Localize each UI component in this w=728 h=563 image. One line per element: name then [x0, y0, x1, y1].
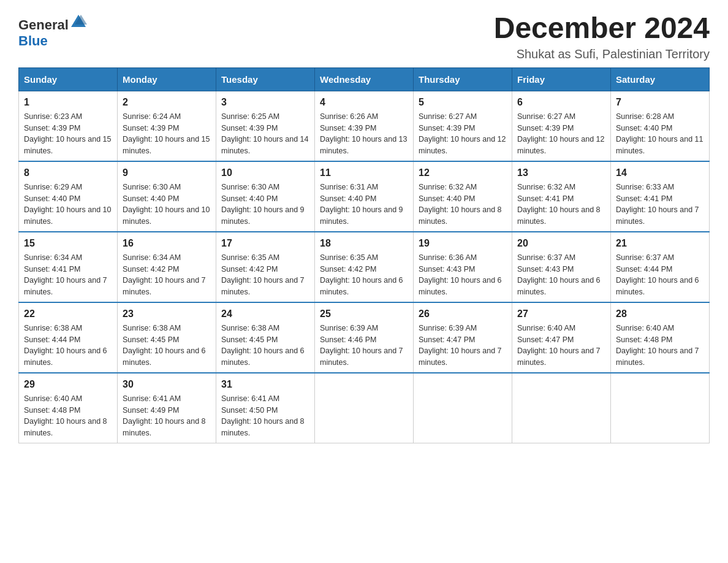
sunrise: Sunrise: 6:33 AM — [616, 183, 674, 191]
day-number: 27 — [517, 307, 605, 321]
daylight: Daylight: 10 hours and 7 minutes. — [517, 347, 601, 367]
sunrise: Sunrise: 6:24 AM — [123, 112, 181, 121]
col-sunday: Sunday — [19, 67, 118, 91]
daylight: Daylight: 10 hours and 12 minutes. — [517, 135, 604, 155]
daylight: Daylight: 10 hours and 8 minutes. — [24, 417, 107, 437]
calendar-cell: 2Sunrise: 6:24 AMSunset: 4:39 PMDaylight… — [118, 91, 216, 161]
sunrise: Sunrise: 6:39 AM — [320, 324, 378, 332]
day-number: 19 — [419, 236, 507, 251]
calendar-cell: 23Sunrise: 6:38 AMSunset: 4:45 PMDayligh… — [118, 302, 216, 373]
sunrise: Sunrise: 6:37 AM — [616, 253, 674, 262]
day-number: 1 — [24, 95, 112, 110]
daylight: Daylight: 10 hours and 7 minutes. — [320, 347, 403, 367]
sunset: Sunset: 4:48 PM — [616, 335, 672, 344]
sunset: Sunset: 4:39 PM — [221, 124, 278, 132]
calendar-cell: 3Sunrise: 6:25 AMSunset: 4:39 PMDaylight… — [216, 91, 315, 161]
calendar-cell: 27Sunrise: 6:40 AMSunset: 4:47 PMDayligh… — [512, 302, 611, 373]
sunrise: Sunrise: 6:29 AM — [24, 183, 82, 191]
sunrise: Sunrise: 6:35 AM — [320, 253, 378, 262]
sunset: Sunset: 4:47 PM — [517, 335, 574, 344]
day-number: 29 — [24, 377, 112, 392]
sunrise: Sunrise: 6:38 AM — [123, 324, 181, 332]
calendar-cell — [512, 373, 611, 443]
daylight: Daylight: 10 hours and 15 minutes. — [123, 135, 210, 155]
calendar-cell: 12Sunrise: 6:32 AMSunset: 4:40 PMDayligh… — [414, 161, 512, 232]
sunset: Sunset: 4:43 PM — [419, 265, 475, 274]
logo-icon — [70, 12, 87, 29]
daylight: Daylight: 10 hours and 6 minutes. — [616, 276, 699, 296]
day-number: 4 — [320, 95, 408, 110]
calendar-header: Sunday Monday Tuesday Wednesday Thursday… — [19, 67, 710, 91]
day-number: 7 — [616, 95, 704, 110]
calendar-cell: 20Sunrise: 6:37 AMSunset: 4:43 PMDayligh… — [512, 232, 611, 302]
week-row-1: 1Sunrise: 6:23 AMSunset: 4:39 PMDaylight… — [19, 91, 710, 161]
calendar-cell: 28Sunrise: 6:40 AMSunset: 4:48 PMDayligh… — [611, 302, 710, 373]
day-number: 25 — [320, 307, 408, 321]
sunrise: Sunrise: 6:26 AM — [320, 112, 378, 121]
daylight: Daylight: 10 hours and 7 minutes. — [221, 276, 305, 296]
sunrise: Sunrise: 6:30 AM — [221, 183, 279, 191]
sunset: Sunset: 4:40 PM — [616, 124, 672, 132]
sunset: Sunset: 4:42 PM — [123, 265, 179, 274]
sunrise: Sunrise: 6:28 AM — [616, 112, 674, 121]
week-row-5: 29Sunrise: 6:40 AMSunset: 4:48 PMDayligh… — [19, 373, 710, 443]
sunrise: Sunrise: 6:27 AM — [419, 112, 477, 121]
sunrise: Sunrise: 6:39 AM — [419, 324, 477, 332]
daylight: Daylight: 10 hours and 7 minutes. — [123, 276, 206, 296]
day-number: 31 — [221, 377, 309, 392]
daylight: Daylight: 10 hours and 7 minutes. — [616, 347, 699, 367]
daylight: Daylight: 10 hours and 6 minutes. — [320, 276, 403, 296]
day-number: 22 — [24, 307, 112, 321]
sunrise: Sunrise: 6:40 AM — [517, 324, 575, 332]
calendar-cell: 13Sunrise: 6:32 AMSunset: 4:41 PMDayligh… — [512, 161, 611, 232]
sunrise: Sunrise: 6:34 AM — [24, 253, 82, 262]
week-row-3: 15Sunrise: 6:34 AMSunset: 4:41 PMDayligh… — [19, 232, 710, 302]
sunset: Sunset: 4:50 PM — [221, 406, 278, 415]
daylight: Daylight: 10 hours and 8 minutes. — [221, 417, 305, 437]
day-number: 10 — [221, 166, 309, 180]
calendar-cell: 15Sunrise: 6:34 AMSunset: 4:41 PMDayligh… — [19, 232, 118, 302]
day-number: 8 — [24, 166, 112, 180]
daylight: Daylight: 10 hours and 11 minutes. — [616, 135, 703, 155]
sunset: Sunset: 4:41 PM — [517, 194, 574, 203]
logo-text-general: General — [18, 17, 69, 33]
day-number: 23 — [123, 307, 211, 321]
page-header: General Blue December 2024 Shukat as Suf… — [18, 12, 710, 61]
daylight: Daylight: 10 hours and 8 minutes. — [123, 417, 206, 437]
calendar-cell: 10Sunrise: 6:30 AMSunset: 4:40 PMDayligh… — [216, 161, 315, 232]
sunrise: Sunrise: 6:36 AM — [419, 253, 477, 262]
week-row-4: 22Sunrise: 6:38 AMSunset: 4:44 PMDayligh… — [19, 302, 710, 373]
calendar-cell: 18Sunrise: 6:35 AMSunset: 4:42 PMDayligh… — [315, 232, 414, 302]
calendar-body: 1Sunrise: 6:23 AMSunset: 4:39 PMDaylight… — [19, 91, 710, 443]
sunrise: Sunrise: 6:31 AM — [320, 183, 378, 191]
day-number: 9 — [123, 166, 211, 180]
sunset: Sunset: 4:45 PM — [221, 335, 278, 344]
day-number: 26 — [419, 307, 507, 321]
calendar-cell: 5Sunrise: 6:27 AMSunset: 4:39 PMDaylight… — [414, 91, 512, 161]
calendar-cell: 19Sunrise: 6:36 AMSunset: 4:43 PMDayligh… — [414, 232, 512, 302]
sunrise: Sunrise: 6:38 AM — [221, 324, 279, 332]
sunset: Sunset: 4:39 PM — [320, 124, 376, 132]
daylight: Daylight: 10 hours and 13 minutes. — [320, 135, 407, 155]
calendar-cell: 7Sunrise: 6:28 AMSunset: 4:40 PMDaylight… — [611, 91, 710, 161]
sunrise: Sunrise: 6:40 AM — [616, 324, 674, 332]
sunset: Sunset: 4:42 PM — [221, 265, 278, 274]
sunset: Sunset: 4:39 PM — [123, 124, 179, 132]
calendar-cell: 9Sunrise: 6:30 AMSunset: 4:40 PMDaylight… — [118, 161, 216, 232]
day-number: 12 — [419, 166, 507, 180]
daylight: Daylight: 10 hours and 12 minutes. — [419, 135, 506, 155]
day-number: 6 — [517, 95, 605, 110]
sunrise: Sunrise: 6:40 AM — [24, 394, 82, 403]
day-number: 15 — [24, 236, 112, 251]
calendar-table: Sunday Monday Tuesday Wednesday Thursday… — [18, 67, 710, 443]
sunrise: Sunrise: 6:37 AM — [517, 253, 575, 262]
calendar-cell: 11Sunrise: 6:31 AMSunset: 4:40 PMDayligh… — [315, 161, 414, 232]
calendar-cell: 24Sunrise: 6:38 AMSunset: 4:45 PMDayligh… — [216, 302, 315, 373]
daylight: Daylight: 10 hours and 6 minutes. — [221, 347, 305, 367]
sunset: Sunset: 4:39 PM — [24, 124, 80, 132]
sunset: Sunset: 4:45 PM — [123, 335, 179, 344]
sunset: Sunset: 4:44 PM — [616, 265, 672, 274]
sunset: Sunset: 4:40 PM — [320, 194, 376, 203]
sunset: Sunset: 4:48 PM — [24, 406, 80, 415]
col-saturday: Saturday — [611, 67, 710, 91]
